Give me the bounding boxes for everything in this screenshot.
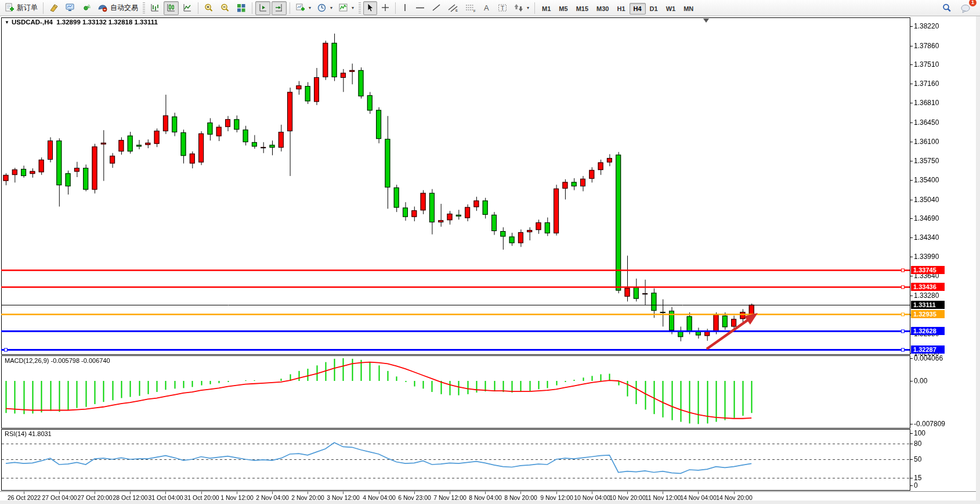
- level-price-badge: 1.32935: [911, 310, 945, 318]
- line-chart-mode-button[interactable]: [180, 1, 195, 15]
- arrows-shapes-icon: [513, 3, 524, 13]
- crosshair-tool-button[interactable]: [378, 1, 392, 15]
- chart-shift-button[interactable]: [255, 1, 270, 15]
- timeframe-M5[interactable]: M5: [555, 3, 572, 15]
- separator: [290, 2, 290, 14]
- chart-area[interactable]: [0, 0, 980, 504]
- zoom-out-icon: [220, 3, 230, 13]
- timeframe-H1[interactable]: H1: [613, 3, 629, 15]
- timeframe-H4[interactable]: H4: [630, 3, 646, 15]
- new-order-label: 新订单: [17, 3, 38, 13]
- bar-chart-mode-button[interactable]: [147, 1, 162, 15]
- rsi-name: RSI(14): [5, 430, 27, 437]
- line-chart-icon: [182, 3, 193, 13]
- fibonacci-tool-button[interactable]: F: [462, 1, 479, 15]
- level-price-badge: 1.32628: [911, 327, 945, 335]
- timeframe-M1[interactable]: M1: [538, 3, 555, 15]
- text-label-tool-button[interactable]: T: [495, 1, 510, 15]
- market-watch-icon: [65, 3, 75, 13]
- indicators-icon: [338, 3, 349, 13]
- chisel-tool-button[interactable]: [46, 1, 62, 15]
- macd-indicator-label: MACD(12,26,9) -0.005798 -0.006740: [5, 357, 110, 364]
- timeframe-M15[interactable]: M15: [572, 3, 592, 15]
- autotrade-icon: [97, 3, 108, 13]
- toolbar-grip: [143, 2, 145, 14]
- svg-text:F: F: [473, 9, 476, 13]
- zoom-out-button[interactable]: [218, 1, 233, 15]
- auto-scroll-icon: [274, 3, 284, 13]
- separator: [395, 2, 396, 14]
- autotrade-label: 自动交易: [110, 3, 138, 13]
- sonar-icon: [81, 3, 92, 13]
- notification-badge: 1: [969, 0, 977, 6]
- cursor-icon: [366, 3, 375, 13]
- channel-icon: E: [447, 3, 459, 13]
- window-edge: [0, 501, 980, 504]
- equidistant-channel-tool-button[interactable]: E: [445, 1, 461, 15]
- macd-signal-value: -0.006740: [81, 357, 110, 364]
- horizontal-line-icon: [415, 3, 425, 13]
- search-button[interactable]: [939, 1, 954, 15]
- level-price-badge: 1.33745: [911, 266, 945, 274]
- level-price-badge: 1.32287: [911, 345, 945, 354]
- new-order-button[interactable]: 新订单: [2, 1, 40, 15]
- timeframe-group: M1M5M15M30H1H4D1W1MN: [538, 3, 697, 13]
- notifications-button[interactable]: 1: [958, 1, 974, 15]
- cursor-tool-button[interactable]: [363, 1, 377, 15]
- text-tool-button[interactable]: A: [480, 1, 494, 15]
- level-price-badge: 1.33436: [911, 283, 945, 291]
- chart-shift-icon: [258, 3, 268, 13]
- vertical-line-icon: [401, 3, 409, 13]
- macd-main-value: -0.005798: [50, 357, 79, 364]
- chart-title[interactable]: ▼USDCAD-,H4 1.32899 1.33132 1.32818 1.33…: [5, 19, 158, 26]
- new-chart-button[interactable]: ▾: [293, 1, 313, 15]
- chevron-down-icon: ▾: [309, 5, 311, 10]
- toolbar-grip: [359, 2, 361, 14]
- separator: [252, 2, 252, 14]
- text-icon: A: [482, 3, 491, 13]
- chart-symbol-period: USDCAD-,H4: [12, 19, 53, 26]
- rsi-indicator-label: RSI(14) 41.8031: [5, 430, 52, 437]
- timeframe-D1[interactable]: D1: [646, 3, 662, 15]
- zoom-in-button[interactable]: [201, 1, 216, 15]
- timeframe-W1[interactable]: W1: [662, 3, 680, 15]
- macd-name: MACD(12,26,9): [5, 357, 49, 364]
- current-price-badge: 1.33111: [911, 301, 945, 309]
- profiles-button[interactable]: ▾: [314, 1, 335, 15]
- main-toolbar: 新订单 自动交易 ▾: [0, 0, 980, 16]
- fibonacci-icon: F: [465, 3, 476, 13]
- market-watch-button[interactable]: [63, 1, 78, 15]
- chevron-down-icon: ▼: [5, 20, 9, 25]
- auto-scroll-button[interactable]: [272, 1, 287, 15]
- chevron-down-icon: ▾: [527, 5, 529, 10]
- arrows-tool-button[interactable]: ▾: [511, 1, 531, 15]
- timeframe-M30[interactable]: M30: [592, 3, 613, 15]
- autotrade-button[interactable]: 自动交易: [95, 1, 140, 15]
- bar-chart-icon: [150, 3, 160, 13]
- chevron-down-icon: ▾: [352, 5, 354, 10]
- sound-alert-button[interactable]: [79, 1, 94, 15]
- svg-text:A: A: [484, 3, 489, 12]
- trendline-tool-button[interactable]: [429, 1, 444, 15]
- horizontal-line-tool-button[interactable]: [413, 1, 428, 15]
- chevron-down-icon: ▾: [330, 5, 332, 10]
- svg-text:E: E: [455, 9, 458, 12]
- vertical-line-tool-button[interactable]: [399, 1, 411, 15]
- search-icon: [942, 3, 952, 13]
- chisel-icon: [49, 3, 59, 13]
- candlestick-mode-button[interactable]: [164, 1, 179, 15]
- timeframe-MN[interactable]: MN: [679, 3, 697, 15]
- rsi-value: 41.8031: [28, 430, 52, 437]
- separator: [534, 2, 535, 14]
- crosshair-icon: [381, 3, 390, 13]
- zoom-in-icon: [204, 3, 214, 13]
- indicators-button[interactable]: ▾: [336, 1, 356, 15]
- tile-windows-button[interactable]: [234, 1, 249, 15]
- clock-icon: [317, 3, 327, 13]
- tile-windows-icon: [236, 3, 247, 13]
- svg-text:T: T: [501, 5, 504, 12]
- new-order-icon: [5, 3, 15, 13]
- new-chart-icon: [295, 3, 306, 13]
- chart-ohlc-values: 1.32899 1.33132 1.32818 1.33111: [56, 19, 158, 26]
- trendline-icon: [431, 3, 442, 13]
